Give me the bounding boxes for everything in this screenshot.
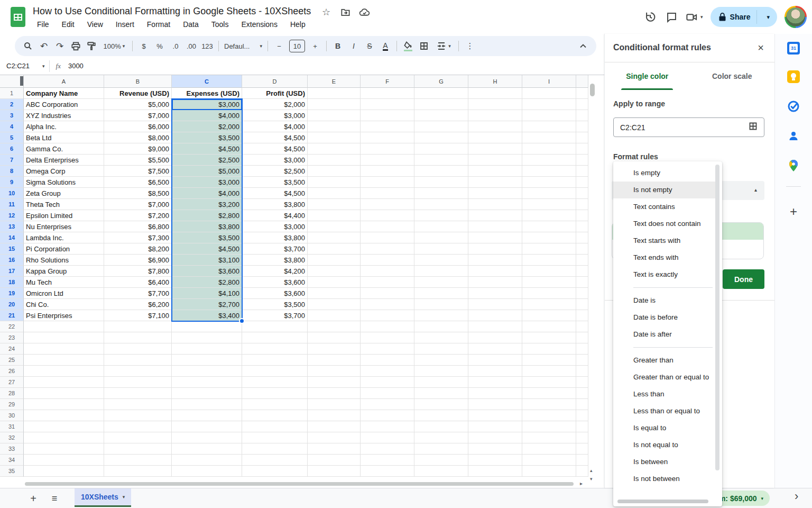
cell-F1[interactable] (361, 88, 414, 99)
cell-E10[interactable] (308, 188, 361, 199)
cell-D20[interactable]: $3,500 (242, 299, 308, 310)
avatar[interactable] (785, 6, 807, 28)
cell-E23[interactable] (308, 332, 361, 343)
cell-D16[interactable]: $3,800 (242, 255, 308, 266)
cell-C5[interactable]: $3,500 (172, 132, 242, 143)
cell-I8[interactable] (522, 166, 576, 177)
star-icon[interactable]: ☆ (320, 6, 332, 18)
cell-B14[interactable]: $7,300 (104, 232, 172, 243)
cell-G34[interactable] (414, 455, 468, 466)
cell-D17[interactable]: $4,200 (242, 266, 308, 277)
row-header-12[interactable]: 12 (0, 210, 24, 221)
menu-data[interactable]: Data (179, 19, 203, 30)
cell-G35[interactable] (414, 466, 468, 477)
row-header-15[interactable]: 15 (0, 243, 24, 255)
cell-E6[interactable] (308, 143, 361, 155)
cell-B30[interactable] (104, 410, 172, 421)
contacts-icon[interactable] (787, 129, 800, 143)
cell-F20[interactable] (361, 299, 414, 310)
cell-I26[interactable] (522, 366, 576, 377)
column-header-A[interactable]: A (24, 75, 104, 88)
cell-stub35[interactable] (576, 466, 588, 477)
maps-icon[interactable] (787, 159, 800, 173)
menu-item-greater-than-or-equal-to[interactable]: Greater than or equal to (613, 369, 716, 386)
cell-I25[interactable] (522, 355, 576, 366)
cell-A30[interactable] (24, 410, 104, 421)
cell-G11[interactable] (414, 199, 468, 210)
cell-G7[interactable] (414, 155, 468, 166)
cell-stub11[interactable] (576, 199, 588, 210)
cell-stub32[interactable] (576, 432, 588, 443)
calendar-icon[interactable]: 31 (787, 41, 800, 55)
cell-D33[interactable] (242, 443, 308, 455)
cell-D8[interactable]: $2,500 (242, 166, 308, 177)
cell-B24[interactable] (104, 343, 172, 355)
sheet-tab-caret-icon[interactable]: ▾ (123, 494, 125, 500)
column-header-F[interactable]: F (361, 75, 414, 88)
cell-stub31[interactable] (576, 421, 588, 432)
cell-stub18[interactable] (576, 277, 588, 288)
cell-G1[interactable] (414, 88, 468, 99)
expand-chevron-icon[interactable]: › (795, 489, 798, 503)
cell-C11[interactable]: $3,200 (172, 199, 242, 210)
horizontal-scrollbar-thumb[interactable] (25, 482, 574, 486)
cell-H25[interactable] (468, 355, 522, 366)
cell-A10[interactable]: Zeta Group (24, 188, 104, 199)
cell-D3[interactable]: $3,000 (242, 110, 308, 121)
cell-stub21[interactable] (576, 310, 588, 321)
cell-stub9[interactable] (576, 177, 588, 188)
menu-item-is-not-between[interactable]: Is not between (613, 470, 716, 487)
cell-A31[interactable] (24, 421, 104, 432)
cell-B15[interactable]: $8,200 (104, 243, 172, 255)
cell-E19[interactable] (308, 288, 361, 299)
cell-H3[interactable] (468, 110, 522, 121)
menu-item-text-contains[interactable]: Text contains (613, 198, 716, 215)
name-box-caret-icon[interactable]: ▾ (41, 64, 49, 69)
cell-D9[interactable]: $3,500 (242, 177, 308, 188)
keep-icon[interactable] (787, 70, 800, 84)
format-currency-button[interactable]: $ (136, 39, 152, 53)
cell-I17[interactable] (522, 266, 576, 277)
cell-C9[interactable]: $3,000 (172, 177, 242, 188)
cell-H35[interactable] (468, 466, 522, 477)
dropdown-horizontal-scrollbar[interactable] (617, 500, 708, 503)
cell-D14[interactable]: $3,800 (242, 232, 308, 243)
cell-B3[interactable]: $7,000 (104, 110, 172, 121)
cell-E31[interactable] (308, 421, 361, 432)
cloud-status-icon[interactable] (358, 6, 370, 18)
cell-I2[interactable] (522, 99, 576, 110)
cell-D4[interactable]: $4,000 (242, 121, 308, 132)
menu-item-text-starts-with[interactable]: Text starts with (613, 232, 716, 249)
cell-F19[interactable] (361, 288, 414, 299)
row-header-18[interactable]: 18 (0, 277, 24, 288)
row-header-19[interactable]: 19 (0, 288, 24, 299)
cell-A29[interactable] (24, 399, 104, 410)
scroll-down-icon[interactable]: ▾ (590, 476, 593, 482)
cell-D13[interactable]: $3,000 (242, 221, 308, 232)
cell-stub24[interactable] (576, 343, 588, 355)
cell-G31[interactable] (414, 421, 468, 432)
menu-item-is-between[interactable]: Is between (613, 453, 716, 470)
cell-F24[interactable] (361, 343, 414, 355)
cell-I18[interactable] (522, 277, 576, 288)
cell-I20[interactable] (522, 299, 576, 310)
comments-icon[interactable] (665, 10, 678, 24)
cell-E13[interactable] (308, 221, 361, 232)
cell-H17[interactable] (468, 266, 522, 277)
print-button[interactable] (68, 39, 84, 53)
cell-G29[interactable] (414, 399, 468, 410)
cell-E4[interactable] (308, 121, 361, 132)
cell-stub34[interactable] (576, 455, 588, 466)
row-header-10[interactable]: 10 (0, 188, 24, 199)
cell-F23[interactable] (361, 332, 414, 343)
cell-D10[interactable]: $4,500 (242, 188, 308, 199)
cell-G14[interactable] (414, 232, 468, 243)
cell-B4[interactable]: $6,000 (104, 121, 172, 132)
cell-I10[interactable] (522, 188, 576, 199)
cell-E26[interactable] (308, 366, 361, 377)
cell-F28[interactable] (361, 388, 414, 399)
cell-G2[interactable] (414, 99, 468, 110)
cell-I24[interactable] (522, 343, 576, 355)
cell-stub3[interactable] (576, 110, 588, 121)
cell-G5[interactable] (414, 132, 468, 143)
